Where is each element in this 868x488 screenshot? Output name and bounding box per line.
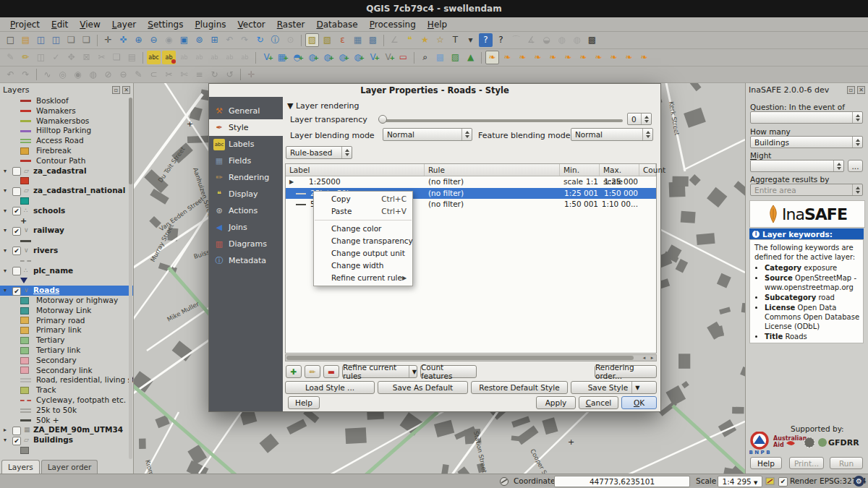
rule-row-1-25000[interactable]: ▶1:25000(no filter)1:11:25 000 bbox=[286, 176, 656, 188]
pan-to-selection-icon[interactable]: ✜ bbox=[116, 33, 130, 47]
render-suspend-icon[interactable] bbox=[765, 476, 775, 486]
rule-col-header[interactable]: Count bbox=[639, 164, 656, 176]
map-decoration-icon[interactable]: ◒ bbox=[540, 33, 553, 47]
label-properties-icon[interactable]: ab bbox=[238, 51, 252, 64]
scale-select[interactable]: 1:4 295 ▼ bbox=[718, 476, 762, 487]
node-tool-icon[interactable]: ✓ bbox=[49, 51, 63, 64]
remove-rule-button[interactable]: ▬ bbox=[323, 365, 339, 378]
layer-item-buildings[interactable]: ▾✔▱Buildings bbox=[0, 435, 133, 445]
rule-col-header[interactable]: Max. scale bbox=[600, 164, 639, 176]
dialog-tab-general[interactable]: ⚒General bbox=[209, 103, 283, 119]
measure-area-icon[interactable]: ⌒ bbox=[509, 33, 523, 47]
refresh-map-icon[interactable]: ↻ bbox=[253, 33, 267, 47]
current-edits-icon[interactable]: ✎ bbox=[4, 51, 17, 64]
expander-icon[interactable]: ▾ bbox=[4, 266, 7, 276]
help-contents-icon[interactable]: ? bbox=[479, 33, 493, 47]
simplify-feature-icon[interactable]: ∿ bbox=[41, 68, 54, 82]
offset-curve-icon[interactable]: ⊂ bbox=[147, 68, 161, 82]
context-menu-paste[interactable]: PasteCtrl+V bbox=[314, 205, 412, 218]
add-wms-layer-icon[interactable]: ◍+ bbox=[336, 51, 349, 64]
layer-visibility-checkbox[interactable] bbox=[12, 187, 21, 196]
layer-item-tertiary-link[interactable]: Tertiary link bbox=[0, 346, 133, 356]
expander-icon[interactable]: ▾ bbox=[4, 435, 7, 445]
zoom-to-selection-icon[interactable]: ⊚ bbox=[192, 33, 206, 47]
menu-raster[interactable]: Raster bbox=[271, 18, 311, 31]
expander-icon[interactable]: ▶ bbox=[289, 176, 294, 188]
layer-item-hilltop-parking[interactable]: Hilltop Parking bbox=[0, 126, 133, 136]
label-move-icon[interactable]: ab bbox=[208, 51, 221, 64]
context-menu-change-transparency[interactable]: Change transparency bbox=[314, 235, 412, 247]
save-style-button[interactable]: Save Style▼ bbox=[571, 381, 657, 394]
style-manager-icon[interactable]: ▩ bbox=[433, 51, 447, 64]
inasafe-impact-functions-icon[interactable]: ❧ bbox=[516, 51, 529, 64]
layer-visibility-checkbox[interactable]: ✔ bbox=[12, 247, 21, 255]
layer-item-contour-path[interactable]: Contour Path bbox=[0, 156, 133, 166]
layer-rendering-section[interactable]: ▼ Layer rendering bbox=[287, 101, 359, 111]
move-feature-icon[interactable]: ✥ bbox=[64, 51, 78, 64]
menu-vector[interactable]: Vector bbox=[232, 18, 271, 31]
attribute-table-icon[interactable]: ▦ bbox=[351, 33, 365, 47]
label-pin-icon[interactable]: ab bbox=[177, 51, 191, 64]
layers-panel-close-icon[interactable]: ✕ bbox=[122, 86, 130, 94]
zoom-in-icon[interactable]: ⊕ bbox=[132, 33, 145, 47]
measure-line-icon[interactable]: ∠ bbox=[388, 33, 401, 47]
layer-item-primary-link[interactable]: Primary link bbox=[0, 325, 133, 335]
inasafe-toggle-icon[interactable]: ❧ bbox=[485, 51, 499, 64]
inasafe-extent-selector-icon[interactable]: ❧ bbox=[637, 51, 651, 64]
new-composer-icon[interactable]: ❏ bbox=[64, 33, 78, 47]
deselect-features-icon[interactable]: ▧ bbox=[320, 33, 334, 47]
exposure-select[interactable]: Buildings bbox=[750, 136, 863, 148]
cut-features-icon[interactable]: ✂ bbox=[95, 51, 109, 64]
save-project-icon[interactable]: ◫ bbox=[34, 33, 48, 47]
feature-action-icon[interactable]: ⊙ bbox=[284, 33, 297, 47]
layer-visibility-checkbox[interactable]: ✔ bbox=[12, 287, 21, 296]
render-checkbox[interactable]: ✔ bbox=[778, 477, 788, 487]
delete-ring-icon[interactable]: ⊘ bbox=[101, 68, 115, 82]
restore-default-style-button[interactable]: Restore Default Style bbox=[471, 381, 568, 394]
coordinate-input[interactable]: 447773,6235101 bbox=[554, 476, 690, 487]
python-console-icon[interactable]: ▨ bbox=[448, 51, 462, 64]
tab-layers[interactable]: Layers bbox=[1, 460, 40, 474]
expander-icon[interactable]: ▾ bbox=[4, 166, 7, 176]
hazard-select[interactable] bbox=[750, 111, 863, 124]
layer-visibility-checkbox[interactable]: ✔ bbox=[12, 207, 21, 215]
menu-project[interactable]: Project bbox=[4, 18, 46, 31]
layer-item-motorway-or-highway[interactable]: Motorway or highway bbox=[0, 296, 133, 306]
delete-part-icon[interactable]: ⊖ bbox=[116, 68, 130, 82]
layer-item-secondary[interactable]: Secondary bbox=[0, 356, 133, 366]
zoom-out-icon[interactable]: ⊖ bbox=[147, 33, 161, 47]
annotation-dropdown-icon[interactable]: ▾ bbox=[464, 33, 477, 47]
snapping-crosshair-icon[interactable]: ✛ bbox=[244, 68, 258, 82]
redo-icon[interactable]: ↷ bbox=[19, 68, 33, 82]
context-menu-refine-current-rule[interactable]: Refine current rule▶ bbox=[314, 272, 412, 284]
layer-item-motorway-link[interactable]: Motorway Link bbox=[0, 306, 133, 316]
refine-current-rules-button[interactable]: Refine current rules▼ bbox=[342, 365, 417, 378]
context-menu-change-width[interactable]: Change width bbox=[314, 260, 412, 272]
measure-angle-icon[interactable]: ∡ bbox=[524, 33, 538, 47]
layers-panel-float-icon[interactable]: ▫ bbox=[112, 86, 120, 94]
select-features-icon[interactable]: ▨ bbox=[305, 33, 319, 47]
layer-item-secondary-link[interactable]: Secondary link bbox=[0, 366, 133, 376]
inasafe-help-button[interactable]: Help bbox=[750, 457, 782, 469]
undo-icon[interactable]: ↶ bbox=[4, 68, 17, 82]
function-options-button[interactable]: ... bbox=[848, 160, 863, 172]
zoom-last-icon[interactable]: ↶ bbox=[223, 33, 237, 47]
count-features-button[interactable]: Count features bbox=[420, 365, 477, 378]
dialog-tab-rendering[interactable]: ✏Rendering bbox=[209, 169, 283, 186]
layer-visibility-checkbox[interactable] bbox=[12, 267, 21, 275]
dialog-tab-display[interactable]: ❝Display bbox=[209, 186, 283, 202]
expander-icon[interactable]: ▾ bbox=[4, 226, 7, 236]
open-project-icon[interactable]: ▤ bbox=[19, 33, 33, 47]
search-icon[interactable]: ⌕ bbox=[418, 51, 432, 64]
menu-database[interactable]: Database bbox=[310, 18, 363, 31]
layer-item-za-dem-90m-utm34[interactable]: ▸▦ZA_DEM_90m_UTM34 bbox=[0, 425, 133, 435]
dialog-tab-fields[interactable]: ▦Fields bbox=[209, 153, 283, 169]
add-vector-layer-icon[interactable]: V+ bbox=[260, 51, 273, 64]
inasafe-osm-downloader-icon[interactable]: ❧ bbox=[622, 51, 636, 64]
plugin-installer-icon[interactable]: ▲ bbox=[464, 51, 477, 64]
tab-layer-order[interactable]: Layer order bbox=[41, 460, 98, 474]
projection-gear-icon[interactable]: ⚙ bbox=[854, 476, 864, 487]
layer-item-rivers[interactable]: ▾✔∨rivers bbox=[0, 246, 133, 256]
function-select[interactable] bbox=[750, 160, 844, 172]
menu-help[interactable]: Help bbox=[422, 18, 453, 31]
